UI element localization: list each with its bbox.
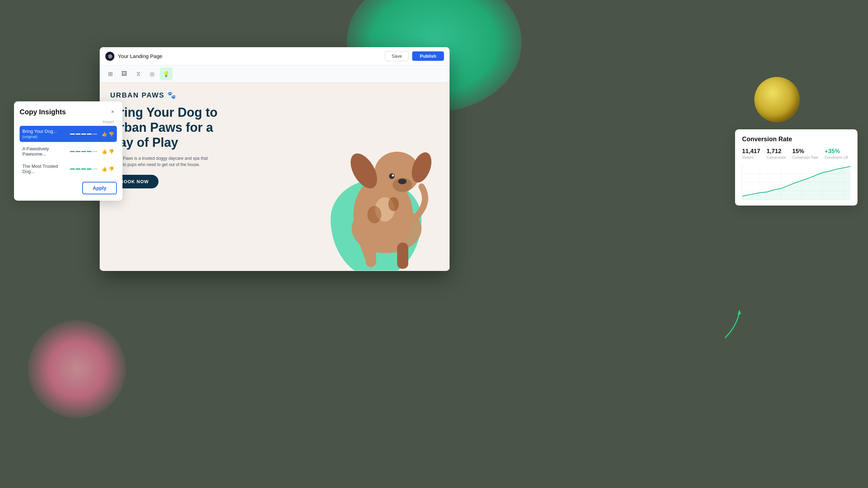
panel-footer: Apply (20, 182, 117, 194)
stat-conv-rate-label: Conversion Rate (792, 156, 818, 159)
insight-row-1[interactable]: Bring Your Dog... (original) 👍 👎 (20, 126, 117, 142)
editor-window: ◎ Your Landing Page Save Publish ⊞ 🖼 ⧖ ◎… (100, 47, 450, 271)
panel-header: Copy Insights × (20, 108, 117, 116)
svg-rect-11 (397, 243, 408, 269)
dash (81, 134, 86, 135)
bg-blob-left (28, 320, 126, 418)
svg-point-8 (389, 173, 395, 179)
conversion-title: Conversion Rate (742, 136, 851, 143)
svg-marker-0 (738, 310, 741, 315)
dash (87, 151, 92, 152)
publish-button[interactable]: Publish (412, 51, 444, 61)
dash (76, 134, 80, 135)
thumbup-icon[interactable]: 👍 (101, 131, 107, 137)
editor-topbar: ◎ Your Landing Page Save Publish (100, 47, 450, 65)
dash (70, 151, 75, 152)
dash (70, 168, 75, 170)
topbar-left: ◎ Your Landing Page (105, 52, 162, 61)
svg-rect-12 (366, 243, 376, 267)
stat-conv-rate: 15% Conversion Rate (792, 148, 818, 159)
dash (76, 151, 80, 152)
svg-point-9 (392, 174, 394, 177)
thumbup-icon[interactable]: 👍 (101, 166, 107, 172)
insight-label-2: A Pawsitively Pawsome... (22, 146, 70, 157)
thumbdown-icon[interactable]: 👎 (108, 131, 114, 137)
toolbar-target-icon[interactable]: ◎ (146, 67, 158, 80)
dog-image (303, 103, 450, 271)
toolbar-layout-icon[interactable]: ⊞ (104, 67, 117, 80)
thumb-icons-2: 👍 👎 (101, 149, 114, 154)
lp-headline: Bring Your Dog to Urban Paws for a Day o… (110, 105, 229, 150)
thumbup-icon[interactable]: 👍 (101, 149, 107, 154)
insight-impact-1: 👍 👎 (70, 131, 114, 137)
dash (92, 151, 97, 152)
editor-logo-icon: ◎ (105, 52, 114, 61)
conversion-rate-panel: Conversion Rate 11,417 Visitors 1,712 Co… (735, 129, 858, 206)
dash (92, 134, 97, 135)
insight-impact-3: 👍 👎 (70, 166, 114, 172)
dash (76, 168, 80, 170)
dash (81, 168, 86, 170)
thumb-icons-3: 👍 👎 (101, 166, 114, 172)
copy-insights-panel: Copy Insights × Impact Bring Your Dog...… (14, 101, 122, 201)
dash (87, 168, 92, 170)
dash (87, 134, 92, 135)
svg-point-15 (367, 206, 381, 223)
curved-arrow-decoration (722, 306, 743, 341)
svg-point-14 (388, 197, 399, 211)
thumb-icons-1: 👍 👎 (101, 131, 114, 137)
stat-conversions-label: Conversions (767, 156, 786, 159)
insight-row-3[interactable]: The Most Trusted Dog... 👍 👎 (20, 161, 117, 177)
page-title: Your Landing Page (118, 53, 162, 59)
stat-conversions: 1,712 Conversions (767, 148, 786, 159)
stat-visitors: 11,417 Visitors (742, 148, 760, 159)
save-button[interactable]: Save (385, 51, 409, 61)
impact-dashes-1 (70, 134, 97, 135)
impact-dashes-2 (70, 151, 97, 152)
column-header: Impact (20, 120, 117, 124)
thumbdown-icon[interactable]: 👎 (108, 166, 114, 172)
svg-marker-24 (742, 166, 851, 200)
stat-conv-rate-value: 15% (792, 148, 818, 155)
bg-sphere-yellow (754, 77, 800, 122)
thumbdown-icon[interactable]: 👎 (108, 149, 114, 154)
insight-label-1: Bring Your Dog... (original) (22, 129, 70, 139)
stat-conv-lift-label: Conversion Lift (825, 156, 848, 159)
brand-logo-area: URBAN PAWS 🐾 (110, 91, 439, 99)
insight-row-2[interactable]: A Pawsitively Pawsome... 👍 👎 (20, 143, 117, 159)
apply-button[interactable]: Apply (82, 182, 117, 194)
conversion-chart (742, 165, 851, 200)
dash (70, 134, 75, 135)
dash (92, 168, 97, 170)
dash (81, 151, 86, 152)
panel-title: Copy Insights (20, 108, 66, 116)
toolbar-image-icon[interactable]: 🖼 (118, 67, 130, 80)
svg-point-7 (398, 179, 407, 184)
toolbar-sliders-icon[interactable]: ⧖ (132, 67, 144, 80)
conversion-stats: 11,417 Visitors 1,712 Conversions 15% Co… (742, 148, 851, 159)
insight-label-3: The Most Trusted Dog... (22, 164, 70, 174)
stat-visitors-label: Visitors (742, 156, 760, 159)
landing-page-content: URBAN PAWS 🐾 Bring Your Dog to Urban Paw… (100, 82, 450, 271)
topbar-right: Save Publish (385, 51, 444, 61)
stat-conv-lift: +35% Conversion Lift (825, 148, 848, 159)
insight-impact-2: 👍 👎 (70, 149, 114, 154)
editor-toolbar: ⊞ 🖼 ⧖ ◎ 💡 (100, 65, 450, 82)
lp-subtext: Urban Paws is a trusted doggy daycare an… (110, 155, 208, 168)
panel-close-button[interactable]: × (108, 108, 117, 116)
stat-visitors-value: 11,417 (742, 148, 760, 155)
impact-dashes-3 (70, 168, 97, 170)
brand-name: URBAN PAWS 🐾 (110, 91, 177, 99)
stat-conversions-value: 1,712 (767, 148, 786, 155)
toolbar-lightbulb-icon[interactable]: 💡 (160, 67, 172, 80)
stat-conv-lift-value: +35% (825, 148, 848, 155)
